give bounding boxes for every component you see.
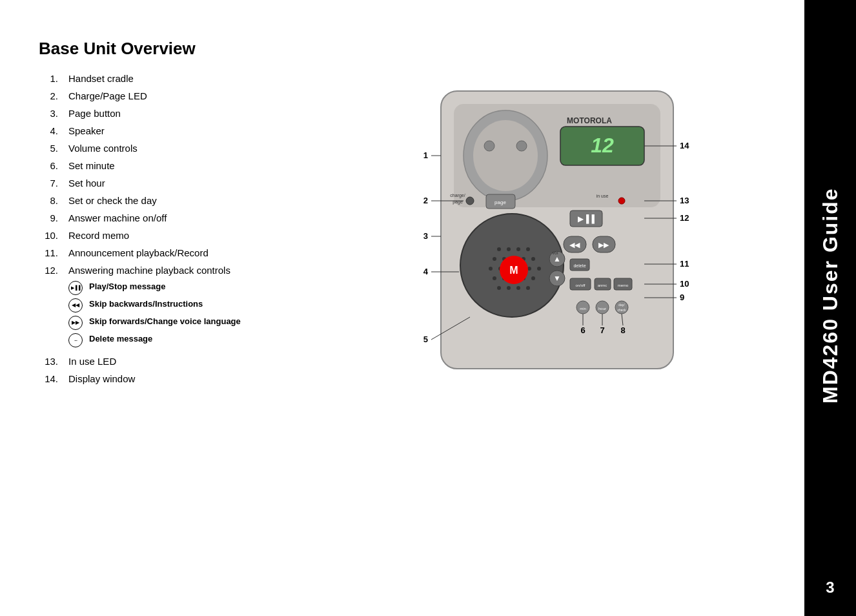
svg-text:7: 7 bbox=[600, 325, 604, 335]
item-number: 7. bbox=[39, 176, 58, 190]
item-text: Handset cradle bbox=[68, 72, 323, 85]
sub-item-label: Play/Stop message bbox=[89, 281, 166, 293]
svg-text:2: 2 bbox=[423, 196, 428, 205]
item-number: 6. bbox=[39, 159, 58, 172]
svg-text:day/: day/ bbox=[618, 303, 625, 307]
svg-text:▶▶: ▶▶ bbox=[598, 241, 609, 249]
svg-point-5 bbox=[516, 141, 527, 151]
item-text: Set minute bbox=[68, 159, 323, 172]
svg-text:M: M bbox=[509, 265, 518, 276]
item-text: Set or check the day bbox=[68, 194, 323, 207]
sidebar: MD4260 User Guide 3 bbox=[804, 0, 856, 616]
list-item-6: 6. Set minute bbox=[39, 159, 323, 172]
svg-point-4 bbox=[484, 141, 494, 151]
item-text: Display window bbox=[68, 372, 323, 385]
svg-text:check: check bbox=[617, 308, 626, 312]
svg-point-33 bbox=[493, 257, 496, 261]
svg-text:delete: delete bbox=[573, 263, 586, 268]
list-item-12: 12. Answering machine playback controls … bbox=[39, 263, 323, 351]
svg-text:8: 8 bbox=[620, 325, 625, 335]
item-number: 11. bbox=[39, 246, 58, 260]
svg-text:page: page bbox=[453, 200, 463, 205]
list-item-11: 11. Announcement playback/Record bbox=[39, 246, 323, 260]
item-number: 8. bbox=[39, 194, 58, 207]
play-stop-icon: ▶▐▐ bbox=[68, 281, 83, 295]
svg-point-50 bbox=[507, 286, 511, 290]
svg-text:◀◀: ◀◀ bbox=[569, 241, 580, 249]
svg-point-37 bbox=[531, 257, 535, 261]
svg-text:6: 6 bbox=[580, 325, 585, 335]
svg-text:10: 10 bbox=[680, 279, 689, 289]
item-number: 13. bbox=[39, 354, 58, 368]
svg-text:5: 5 bbox=[423, 334, 428, 344]
item-number: 1. bbox=[39, 72, 58, 85]
sub-item-label: Skip backwards/Instructions bbox=[89, 298, 203, 310]
svg-text:12: 12 bbox=[680, 213, 689, 223]
svg-text:4: 4 bbox=[423, 267, 429, 276]
list-item-2: 2. Charge/Page LED bbox=[39, 89, 323, 103]
item-text: Page button bbox=[68, 107, 323, 120]
sub-item-play: ▶▐▐ Play/Stop message bbox=[68, 281, 323, 295]
sub-item-label: Delete message bbox=[89, 333, 152, 345]
item-text: Answering machine playback controls ▶▐▐ … bbox=[68, 263, 323, 351]
item-number: 12. bbox=[39, 263, 58, 351]
svg-point-43 bbox=[537, 267, 541, 271]
item-text: Record memo bbox=[68, 229, 323, 242]
svg-point-14 bbox=[618, 198, 625, 204]
device-image: MOTOROLA 12 14 charge/ page in use 13 bbox=[422, 72, 693, 407]
item-text: Answer machine on/off bbox=[68, 211, 323, 225]
sub-item-delete: ··· Delete message bbox=[68, 333, 323, 347]
sub-item-skip-fwd: ▶▶ Skip forwards/Change voice language bbox=[68, 316, 323, 330]
svg-text:page: page bbox=[494, 200, 506, 205]
list-item-13: 13. In use LED bbox=[39, 354, 323, 368]
svg-text:MOTOROLA: MOTOROLA bbox=[567, 116, 612, 125]
sub-item-skip-back: ◀◀ Skip backwards/Instructions bbox=[68, 298, 323, 313]
sub-items-list: ▶▐▐ Play/Stop message ◀◀ Skip backwards/… bbox=[68, 281, 323, 347]
numbered-list: 1. Handset cradle 2. Charge/Page LED 3. … bbox=[39, 72, 323, 385]
page-number: 3 bbox=[826, 579, 834, 597]
sub-item-label: Skip forwards/Change voice language bbox=[89, 316, 241, 327]
list-item-4: 4. Speaker bbox=[39, 124, 323, 138]
content-layout: 1. Handset cradle 2. Charge/Page LED 3. … bbox=[39, 72, 779, 407]
right-column: MOTOROLA 12 14 charge/ page in use 13 bbox=[336, 72, 779, 407]
svg-text:9: 9 bbox=[680, 293, 684, 302]
svg-point-11 bbox=[466, 197, 474, 205]
svg-text:3: 3 bbox=[423, 231, 428, 241]
sidebar-title: MD4260 User Guide bbox=[818, 13, 842, 579]
list-item-5: 5. Volume controls bbox=[39, 141, 323, 155]
svg-point-44 bbox=[493, 276, 496, 280]
list-item-7: 7. Set hour bbox=[39, 176, 323, 190]
item-text: Speaker bbox=[68, 124, 323, 138]
item-text: In use LED bbox=[68, 354, 323, 368]
item-number: 10. bbox=[39, 229, 58, 242]
item-text: Announcement playback/Record bbox=[68, 246, 323, 260]
svg-point-30 bbox=[507, 247, 511, 251]
svg-text:▶▐▐: ▶▐▐ bbox=[578, 214, 595, 224]
item-number: 3. bbox=[39, 107, 58, 120]
item-text: Volume controls bbox=[68, 141, 323, 155]
item-text: Set hour bbox=[68, 176, 323, 190]
svg-text:1: 1 bbox=[423, 150, 428, 160]
svg-point-48 bbox=[531, 276, 535, 280]
svg-point-52 bbox=[526, 286, 530, 290]
svg-text:vol: vol bbox=[553, 251, 558, 255]
list-item-8: 8. Set or check the day bbox=[39, 194, 323, 207]
svg-text:14: 14 bbox=[680, 141, 689, 150]
svg-point-3 bbox=[473, 120, 538, 191]
svg-text:hour: hour bbox=[598, 307, 606, 311]
svg-text:in use: in use bbox=[596, 194, 609, 198]
svg-text:anmc: anmc bbox=[598, 283, 607, 287]
svg-point-49 bbox=[497, 286, 501, 290]
list-item-14: 14. Display window bbox=[39, 372, 323, 385]
svg-text:12: 12 bbox=[591, 134, 614, 157]
svg-point-29 bbox=[497, 247, 501, 251]
svg-text:13: 13 bbox=[680, 196, 689, 205]
left-column: 1. Handset cradle 2. Charge/Page LED 3. … bbox=[39, 72, 323, 389]
list-item-10: 10. Record memo bbox=[39, 229, 323, 242]
page-title: Base Unit Overview bbox=[39, 39, 779, 59]
skip-back-icon: ◀◀ bbox=[68, 298, 83, 313]
svg-point-31 bbox=[516, 247, 520, 251]
item-number: 9. bbox=[39, 211, 58, 225]
svg-text:charge/: charge/ bbox=[450, 193, 465, 198]
skip-fwd-icon: ▶▶ bbox=[68, 316, 83, 330]
